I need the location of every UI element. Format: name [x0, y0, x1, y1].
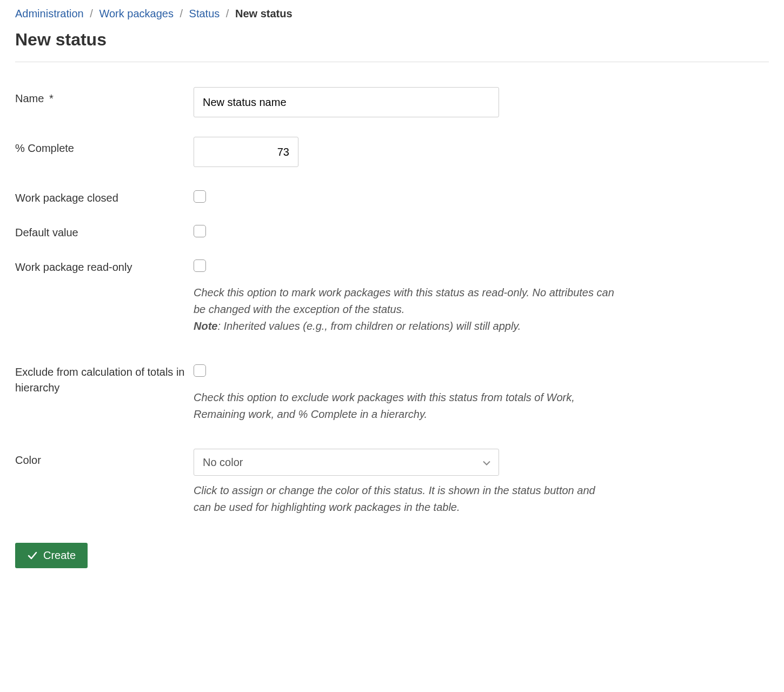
breadcrumb: Administration / Work packages / Status …	[15, 8, 769, 20]
form-row-wp-closed: Work package closed	[15, 187, 769, 206]
form-row-percent-complete: % Complete	[15, 137, 769, 167]
page-title: New status	[15, 30, 769, 50]
wp-readonly-checkbox[interactable]	[194, 260, 206, 272]
required-mark: *	[49, 92, 54, 104]
wp-readonly-help-note-text: : Inherited values (e.g., from children …	[217, 320, 521, 332]
name-label: Name *	[15, 87, 194, 107]
divider	[15, 62, 769, 62]
check-icon	[27, 550, 38, 561]
name-input[interactable]	[194, 87, 499, 117]
wp-readonly-help: Check this option to mark work packages …	[194, 284, 615, 335]
form-row-name: Name *	[15, 87, 769, 117]
color-select-value: No color	[203, 456, 243, 469]
breadcrumb-sep: /	[226, 8, 229, 19]
breadcrumb-sep: /	[180, 8, 183, 19]
breadcrumb-administration[interactable]: Administration	[15, 8, 84, 19]
breadcrumb-status[interactable]: Status	[189, 8, 220, 19]
breadcrumb-work-packages[interactable]: Work packages	[99, 8, 173, 19]
percent-complete-input[interactable]	[194, 137, 298, 167]
form-row-color: Color No color Click to assign or change…	[15, 449, 769, 516]
form-row-default-value: Default value	[15, 221, 769, 241]
create-button-label: Create	[43, 549, 76, 562]
breadcrumb-sep: /	[90, 8, 93, 19]
percent-complete-label: % Complete	[15, 137, 194, 156]
color-select[interactable]: No color	[194, 449, 499, 476]
wp-closed-checkbox[interactable]	[194, 190, 206, 203]
color-help: Click to assign or change the color of t…	[194, 482, 615, 516]
wp-readonly-help-note-label: Note	[194, 320, 217, 332]
exclude-totals-checkbox[interactable]	[194, 364, 206, 377]
form-row-wp-readonly: Work package read-only Check this option…	[15, 256, 769, 335]
default-value-label: Default value	[15, 221, 194, 241]
form-row-exclude-totals: Exclude from calculation of totals in hi…	[15, 361, 769, 423]
wp-closed-label: Work package closed	[15, 187, 194, 206]
breadcrumb-current: New status	[235, 8, 293, 19]
exclude-totals-label: Exclude from calculation of totals in hi…	[15, 361, 194, 396]
exclude-totals-help: Check this option to exclude work packag…	[194, 389, 615, 423]
create-button[interactable]: Create	[15, 543, 88, 568]
default-value-checkbox[interactable]	[194, 225, 206, 237]
wp-readonly-label: Work package read-only	[15, 256, 194, 275]
color-label: Color	[15, 449, 194, 468]
